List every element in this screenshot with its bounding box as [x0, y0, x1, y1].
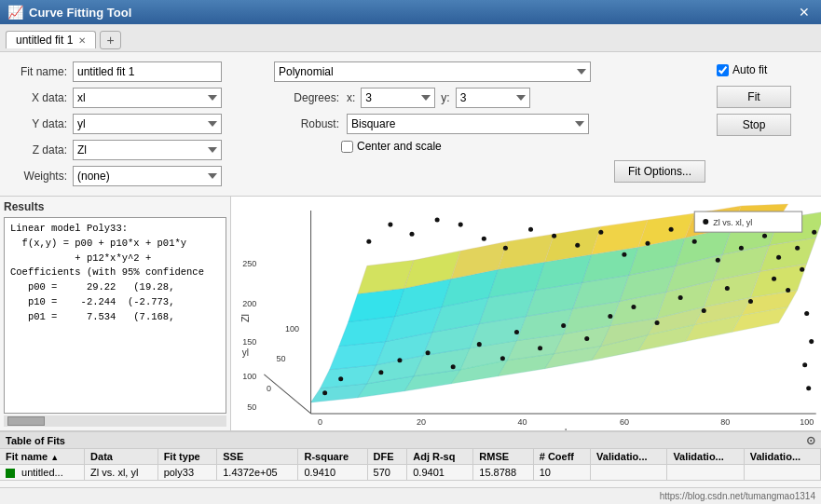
top-section: Fit name: X data: xl Y data: yl Z data: … [0, 52, 821, 197]
svg-point-75 [538, 346, 542, 350]
svg-point-94 [669, 227, 674, 232]
robust-select[interactable]: Bisquare [347, 114, 589, 134]
row-fit-name: untitled... [0, 465, 85, 481]
fit-type-row: Polynomial [274, 61, 705, 82]
col-val2: Validatio... [667, 449, 744, 465]
svg-text:150: 150 [242, 337, 256, 347]
svg-point-85 [772, 277, 776, 281]
y-data-select[interactable]: yl [73, 114, 222, 134]
svg-point-89 [776, 255, 781, 260]
fit-button[interactable]: Fit [717, 86, 791, 108]
middle-section: Results Linear model Poly33: f(x,y) = p0… [0, 197, 821, 431]
row-ncoeff: 10 [533, 465, 590, 481]
row-val1 [591, 465, 667, 481]
y-degree-select[interactable]: 3 [456, 88, 530, 108]
svg-point-95 [646, 241, 650, 246]
svg-point-66 [322, 390, 327, 395]
svg-point-112 [806, 386, 811, 390]
table-of-fits-title: Table of Fits [6, 435, 65, 446]
degree-xy: x: 3 y: 3 [347, 88, 530, 108]
center-scale-checkbox[interactable] [341, 141, 353, 153]
svg-point-79 [631, 305, 636, 309]
svg-point-110 [809, 339, 814, 344]
results-scroll-thumb [7, 416, 45, 426]
y-data-row: Y data: yl [11, 114, 263, 134]
svg-point-68 [378, 370, 383, 375]
svg-point-92 [716, 258, 720, 263]
weights-select[interactable]: (none) [73, 166, 222, 186]
autofit-checkbox[interactable] [717, 64, 729, 76]
svg-point-93 [692, 239, 697, 244]
svg-point-104 [435, 218, 440, 223]
svg-point-70 [426, 350, 431, 355]
fits-table: Fit name ▲ Data Fit type SSE R-square DF… [0, 449, 821, 481]
fit-type-select[interactable]: Polynomial [274, 61, 591, 82]
col-rmse: RMSE [473, 449, 533, 465]
x-degree-select[interactable]: 3 [361, 88, 435, 108]
svg-text:yl: yl [242, 347, 249, 358]
main-container: Fit name: X data: xl Y data: yl Z data: … [0, 52, 821, 504]
fit-options-button[interactable]: Fit Options... [614, 160, 705, 183]
weights-row: Weights: (none) [11, 166, 263, 186]
z-data-row: Z data: Zl [11, 140, 263, 160]
svg-text:40: 40 [517, 417, 527, 427]
status-bar: https://blog.csdn.net/tumangmao1314 [0, 487, 821, 504]
x-data-select[interactable]: xl [73, 88, 222, 108]
bottom-section: Table of Fits ⊙ Fit name ▲ Data Fit type… [0, 431, 821, 487]
svg-point-78 [608, 314, 612, 319]
svg-point-88 [795, 246, 800, 251]
col-fit-name[interactable]: Fit name ▲ [0, 449, 85, 465]
svg-text:Zl: Zl [239, 314, 251, 322]
tab-untitled-fit-1[interactable]: untitled fit 1 ✕ [6, 31, 96, 48]
fit-name-input[interactable] [73, 61, 222, 82]
svg-text:0: 0 [318, 417, 322, 427]
collapse-button[interactable]: ⊙ [806, 434, 815, 447]
fit-name-label: Fit name: [11, 65, 67, 78]
svg-point-90 [762, 234, 767, 238]
weights-label: Weights: [11, 170, 67, 183]
row-val2 [667, 465, 744, 481]
row-sse: 1.4372e+05 [217, 465, 298, 481]
add-tab-button[interactable]: + [100, 31, 120, 49]
y-data-label: Y data: [11, 117, 67, 130]
degrees-label: Degrees: [274, 91, 339, 104]
table-row[interactable]: untitled... Zl vs. xl, yl poly33 1.4372e… [0, 465, 821, 481]
svg-point-101 [503, 246, 508, 251]
plot-svg: Zl 50 100 150 200 250 [231, 197, 821, 430]
svg-text:250: 250 [242, 259, 256, 268]
svg-text:60: 60 [620, 417, 629, 427]
svg-point-111 [802, 362, 807, 367]
table-scroll[interactable]: Fit name ▲ Data Fit type SSE R-square DF… [0, 449, 821, 487]
title-bar-text: Curve Fitting Tool [29, 6, 131, 20]
svg-point-99 [552, 234, 556, 238]
svg-point-91 [739, 246, 744, 251]
col-rsquare: R-square [298, 449, 367, 465]
row-val3 [744, 465, 820, 481]
stop-button[interactable]: Stop [717, 114, 791, 136]
svg-point-97 [598, 230, 603, 235]
tab-close-icon[interactable]: ✕ [78, 35, 86, 46]
svg-point-72 [477, 342, 482, 347]
svg-point-128 [703, 219, 708, 225]
fit-color-indicator [6, 469, 15, 478]
row-adj-rsq: 0.9401 [407, 465, 473, 481]
robust-row: Robust: Bisquare [274, 114, 705, 134]
options-panel: Polynomial Degrees: x: 3 y: 3 Robust: [274, 61, 705, 186]
svg-text:80: 80 [720, 417, 730, 427]
col-fit-type: Fit type [157, 449, 217, 465]
row-data: Zl vs. xl, yl [85, 465, 158, 481]
svg-point-87 [800, 267, 804, 272]
autofit-row: Auto fit [717, 63, 767, 76]
col-adj-rsq: Adj R-sq [407, 449, 473, 465]
results-content[interactable]: Linear model Poly33: f(x,y) = p00 + p10*… [4, 217, 226, 414]
row-fit-type: poly33 [157, 465, 217, 481]
results-scrollbar[interactable] [4, 415, 226, 427]
svg-point-105 [410, 232, 415, 237]
svg-point-109 [804, 311, 809, 316]
svg-point-77 [584, 336, 589, 341]
col-val1: Validatio... [591, 449, 667, 465]
z-data-select[interactable]: Zl [73, 140, 222, 160]
close-button[interactable]: ✕ [795, 5, 814, 20]
svg-text:100: 100 [800, 417, 814, 427]
svg-point-81 [678, 295, 683, 300]
